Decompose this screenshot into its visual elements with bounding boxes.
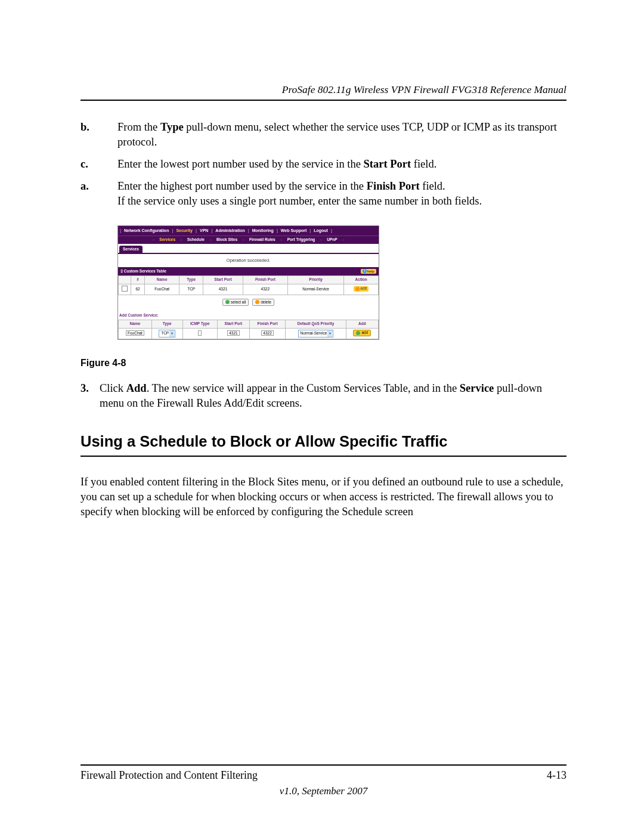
section-bullet-icon: ⠿ [120,270,123,273]
add-button[interactable]: add [353,330,371,336]
add-col-name: Name [119,320,152,329]
step-a-line2: If the service only uses a single port n… [117,195,482,207]
edit-label: edit [360,286,366,292]
step-c: c. Enter the lowest port number used by … [80,157,566,172]
figure-caption: Figure 4-8 [80,357,566,370]
type-select[interactable]: TCP [159,330,175,337]
finish-port-input[interactable]: 4322 [261,330,273,336]
x-icon [255,300,259,304]
delete-label: delete [261,300,271,305]
menu-dot-icon: :: [150,237,156,242]
menu-dot-icon: :: [178,237,184,242]
subnav-label: Port Triggering [287,237,315,241]
step-b-post: pull-down menu, select whether the servi… [117,121,557,148]
section-title-text: Custom Services Table [124,269,166,273]
menu-dot-icon: :: [340,237,346,242]
footer-version: v1.0, September 2007 [80,785,566,797]
step-a-bold: Finish Port [367,180,420,192]
running-header: ProSafe 802.11g Wireless VPN Firewall FV… [80,83,566,96]
add-col-finish: Finish Port [249,320,285,329]
step3-bold1: Add [126,382,147,394]
menu-dot-icon: :: [240,237,246,242]
secondary-menu: :: Services :: Schedule :: Block Sites :… [118,236,379,244]
nav-logout[interactable]: Logout [312,228,329,233]
subnav-upnp[interactable]: UPnP [324,237,340,243]
step-c-post: field. [411,158,436,170]
step-c-text: Enter the lowest port number used by the… [117,157,566,172]
step-3-num: 3. [80,381,100,411]
nav-network-configuration[interactable]: Network Configuration [123,228,170,233]
table-button-row: select all delete [118,295,379,312]
subnav-port-triggering[interactable]: Port Triggering [284,237,318,243]
step3-pre: Click [100,382,126,394]
step-c-pre: Enter the lowest port number used by the… [117,158,364,170]
help-label: help [367,269,374,274]
subnav-label: Services [159,237,175,241]
subnav-firewall-rules[interactable]: Firewall Rules [246,237,278,243]
nav-label: Security [176,228,193,233]
add-col-qos: Default QoS Priority [286,320,346,329]
menu-separator-icon: | [275,228,280,233]
row-name-value: FooChat [145,284,179,295]
nav-administration[interactable]: Administration [214,228,246,233]
col-action: Action [344,275,379,284]
col-number: # [131,275,145,284]
start-port-input[interactable]: 4321 [227,330,239,336]
nav-vpn[interactable]: VPN [199,228,209,233]
menu-separator-icon: | [246,228,251,233]
step-a-text: Enter the highest port number used by th… [117,179,566,209]
select-all-button[interactable]: select all [222,299,249,306]
subnav-label: Block Sites [216,237,237,241]
help-icon: ? [363,269,367,273]
icmp-type-input[interactable] [198,330,202,336]
row-num-value: 62 [131,284,145,295]
step-a-post: field. [420,180,445,192]
nav-monitoring[interactable]: Monitoring [251,228,275,233]
nav-label: Administration [215,228,244,233]
custom-services-table: # Name Type Start Port Finish Port Prior… [118,275,379,295]
section-heading: Using a Schedule to Block or Allow Speci… [80,431,566,456]
col-name: Name [145,275,179,284]
subnav-block-sites[interactable]: Block Sites [213,237,240,243]
page-footer: Firewall Protection and Content Filterin… [80,764,566,797]
col-finish-port: Finish Port [243,275,287,284]
nav-security[interactable]: Security [175,228,194,233]
step-c-label: c. [80,157,117,172]
delete-button[interactable]: delete [252,299,274,306]
edit-button[interactable]: edit [354,286,368,292]
figure-container: | Network Configuration | Security | VPN… [117,225,566,340]
add-col-type: Type [151,320,182,329]
subnav-schedule[interactable]: Schedule [184,237,208,243]
body-paragraph: If you enabled content filtering in the … [80,475,566,519]
footer-chapter-title: Firewall Protection and Content Filterin… [80,769,258,782]
row-checkbox[interactable] [122,286,128,292]
menu-separator-icon: | [194,228,199,233]
qos-select[interactable]: Normal-Service [298,330,334,337]
nav-label: Web Support [281,228,306,233]
edit-icon [355,287,360,291]
col-start-port: Start Port [203,275,243,284]
nav-web-support[interactable]: Web Support [280,228,308,233]
add-label: add [361,330,368,336]
menu-separator-icon: | [170,228,175,233]
router-ui-screenshot: | Network Configuration | Security | VPN… [117,225,379,340]
primary-menu: | Network Configuration | Security | VPN… [118,226,379,236]
step3-mid: . The new service will appear in the Cus… [147,382,460,394]
col-checkbox [119,275,131,284]
table-row: 62 FooChat TCP 4321 4322 Normal-Service … [119,284,379,295]
subnav-label: UPnP [327,237,337,241]
add-col-add: Add [346,320,378,329]
step-a-pre: Enter the highest port number used by th… [117,180,367,192]
menu-dot-icon: :: [318,237,324,242]
help-button[interactable]: ? help [361,269,376,274]
add-row: FooChat TCP 4321 4322 Normal-Service add [119,328,379,339]
tab-services[interactable]: Services [119,246,143,253]
plus-icon [356,331,360,335]
menu-dot-icon: :: [208,237,213,242]
menu-dot-icon: :: [278,237,284,242]
step-b-bold: Type [160,121,184,133]
name-input[interactable]: FooChat [126,330,144,336]
step3-bold2: Service [460,382,494,394]
row-start-value: 4321 [203,284,243,295]
subnav-services[interactable]: Services [156,237,178,243]
